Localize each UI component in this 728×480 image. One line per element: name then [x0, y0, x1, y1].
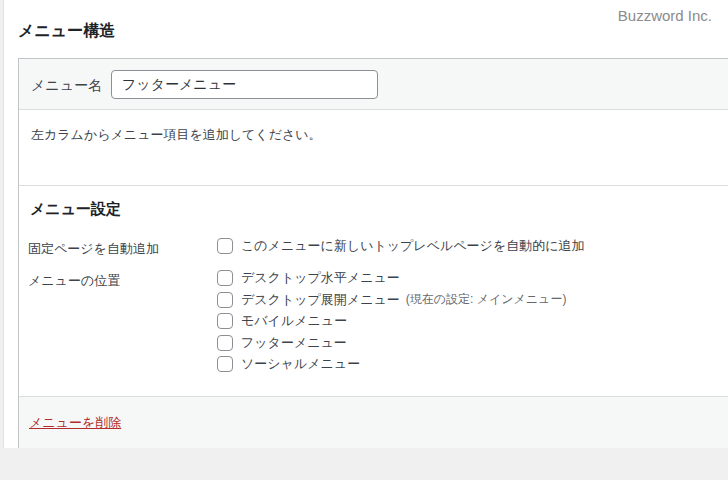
menu-location-row-label: メニューの位置 — [28, 272, 120, 290]
menu-edit-panel: メニュー名 左カラムからメニュー項目を追加してください。 メニュー設定 固定ペー… — [18, 58, 728, 448]
panel-footer: メニューを削除 — [19, 396, 728, 448]
menu-name-header: メニュー名 — [19, 59, 728, 110]
page-background-bottom — [0, 448, 728, 480]
menu-location-option[interactable]: モバイルメニュー — [217, 313, 566, 329]
page-left-edge — [0, 0, 4, 480]
menu-location-option[interactable]: デスクトップ水平メニュー — [217, 270, 566, 286]
auto-add-option[interactable]: このメニューに新しいトップレベルページを自動的に追加 — [217, 238, 584, 254]
settings-heading: メニュー設定 — [30, 200, 121, 219]
auto-add-checkbox[interactable] — [217, 238, 233, 254]
menu-location-checkbox[interactable] — [217, 356, 233, 372]
instruction-text: 左カラムからメニュー項目を追加してください。 — [31, 126, 322, 144]
menu-location-option-label: モバイルメニュー — [241, 312, 347, 330]
auto-add-row-label: 固定ページを自動追加 — [28, 240, 159, 258]
menu-settings-section: メニュー設定 固定ページを自動追加 このメニューに新しいトップレベルページを自動… — [19, 187, 728, 396]
menu-location-checkbox[interactable] — [217, 335, 233, 351]
menu-location-options: デスクトップ水平メニュー デスクトップ展開メニュー (現在の設定: メインメニュ… — [217, 270, 566, 378]
menu-location-option-label: デスクトップ展開メニュー — [241, 291, 400, 309]
page-title: メニュー構造 — [18, 21, 115, 42]
menu-location-option-label: デスクトップ水平メニュー — [241, 269, 400, 287]
menu-name-input[interactable] — [111, 70, 378, 99]
menu-location-checkbox[interactable] — [217, 292, 233, 308]
menu-location-option[interactable]: デスクトップ展開メニュー (現在の設定: メインメニュー) — [217, 292, 566, 308]
menu-location-option-note: (現在の設定: メインメニュー) — [406, 291, 567, 308]
menu-location-option[interactable]: フッターメニュー — [217, 335, 566, 351]
auto-add-option-label: このメニューに新しいトップレベルページを自動的に追加 — [241, 237, 584, 255]
delete-menu-link[interactable]: メニューを削除 — [29, 414, 121, 432]
instruction-section: 左カラムからメニュー項目を追加してください。 — [19, 111, 728, 186]
menu-location-option-label: ソーシャルメニュー — [241, 355, 360, 373]
menu-location-option-label: フッターメニュー — [241, 334, 347, 352]
menu-location-option[interactable]: ソーシャルメニュー — [217, 356, 566, 372]
menu-location-checkbox[interactable] — [217, 270, 233, 286]
watermark-text: Buzzword Inc. — [618, 7, 712, 24]
menu-name-label: メニュー名 — [31, 77, 102, 95]
menu-location-checkbox[interactable] — [217, 313, 233, 329]
